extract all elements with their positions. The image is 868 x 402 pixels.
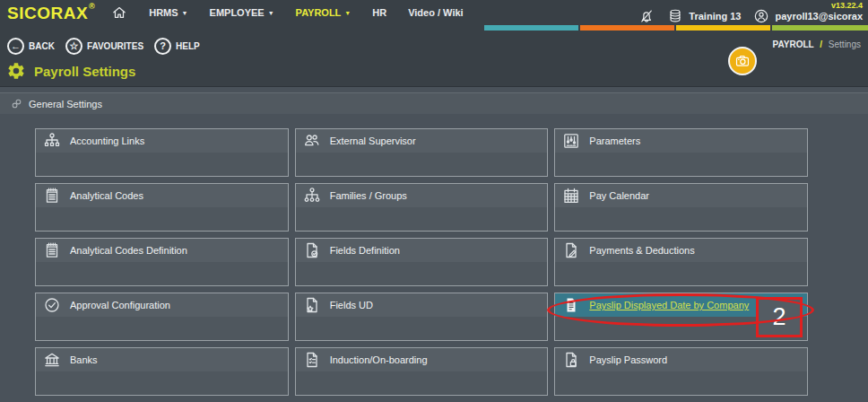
check-circle-icon [43,296,61,314]
registered-mark: ® [89,2,95,11]
page-title-row: Payroll Settings [6,61,135,81]
tile-head: Banks [36,348,288,371]
gear-icon [6,61,26,81]
notepad-icon [43,187,61,205]
tile-head: Fields UD [296,293,548,317]
nav-item-label: HRMS [149,7,178,18]
sicorax-logo[interactable]: SICORAX® [7,4,95,22]
tile-head: Parameters [555,129,807,153]
top-right-cluster: Training 13 payroll13@sicorax [638,8,868,24]
user-account-chip[interactable]: payroll13@sicorax [753,8,863,24]
tile-analytical-codes-definition[interactable]: Analytical Codes Definition [35,238,289,286]
tile-parameters[interactable]: Parameters [554,128,808,177]
content-area: General Settings Accounting LinksExterna… [0,87,868,402]
breadcrumb-module[interactable]: PAYROLL [773,39,814,49]
payroll-settings-screen: SICORAX® HRMS▼EMPLOYEE▼PAYROLL▼HRVideo /… [0,0,868,402]
tile-payslip-password[interactable]: Payslip Password [554,347,808,396]
user-name-label: payroll13@sicorax [775,11,863,22]
payslip-displayed-date-by-company-link[interactable]: Payslip Displayed Date by Company [589,300,749,310]
tile-banks[interactable]: Banks [35,347,289,396]
tile-head: Induction/On-boarding [296,348,548,371]
tile-approval-configuration[interactable]: Approval Configuration [35,293,289,341]
tree-icon [303,187,321,205]
tile-label: Payments & Deductions [589,245,694,256]
tile-body [555,207,807,231]
favourites-button[interactable]: ☆ FAVOURITES [65,38,143,55]
back-button[interactable]: ← BACK [7,38,55,55]
bank-icon [43,351,61,369]
nav-item-video-wiki[interactable]: Video / Wiki [408,7,463,18]
nav-item-label: HR [372,7,386,18]
document-filled-icon [562,296,580,314]
people-icon [303,132,321,150]
star-icon: ☆ [65,38,82,55]
tile-external-supervisor[interactable]: External Supervisor [295,128,549,177]
tile-body [296,317,548,340]
tile-body [36,371,288,395]
tile-pay-calendar[interactable]: Pay Calendar [554,183,808,232]
calendar-icon [562,187,580,205]
page-pencil-icon [562,241,580,259]
tile-label: Pay Calendar [589,190,649,201]
general-settings-section-header: General Settings [0,92,868,114]
tile-fields-definition[interactable]: Fields Definition [295,238,549,286]
screenshot-camera-button[interactable] [728,47,757,75]
tile-fields-ud[interactable]: Fields UD [295,293,549,341]
toolbar-buttons: ← BACK ☆ FAVOURITES ? HELP [7,38,200,55]
toolbar-bar: ← BACK ☆ FAVOURITES ? HELP PAYROLL / Set… [0,31,868,87]
version-label: v13.22.4 [831,1,863,10]
tile-body [296,207,548,231]
tile-label: Banks [70,354,98,365]
page-check-icon [303,241,321,259]
nav-item-employee[interactable]: EMPLOYEE▼ [210,7,274,18]
user-circle-icon [753,8,769,24]
nav-item-hrms[interactable]: HRMS▼ [149,7,187,18]
step-2-marker: 2 [756,297,803,337]
tile-body [555,153,807,176]
home-icon[interactable] [111,4,127,21]
tile-body [36,262,288,285]
environment-label: Training 13 [689,11,741,22]
tile-label: Analytical Codes Definition [70,245,187,256]
hierarchy-icon [43,132,61,150]
tile-label: Families / Groups [330,190,407,201]
tile-head: Analytical Codes Definition [36,239,288,262]
settings-grid: Accounting LinksExternal SupervisorParam… [35,128,808,396]
help-button[interactable]: ? HELP [154,38,200,55]
page-list-icon [303,351,321,369]
tile-accounting-links[interactable]: Accounting Links [35,128,289,177]
nav-item-hr[interactable]: HR [372,7,386,18]
tile-label: Accounting Links [70,135,144,146]
tile-induction-on-boarding[interactable]: Induction/On-boarding [295,347,549,396]
tile-families-groups[interactable]: Families / Groups [295,183,549,232]
tile-analytical-codes[interactable]: Analytical Codes [35,183,289,232]
tile-label: Fields UD [330,300,373,310]
tile-head: Approval Configuration [36,293,288,317]
tile-body [36,317,288,340]
tile-head: Pay Calendar [555,184,807,207]
tile-body [36,153,288,176]
camera-icon [734,53,751,69]
breadcrumb-separator: / [820,39,822,49]
main-nav: HRMS▼EMPLOYEE▼PAYROLL▼HRVideo / Wiki [111,4,463,21]
chevron-down-icon: ▼ [268,10,274,16]
back-arrow-icon: ← [7,38,24,55]
tile-payments-deductions[interactable]: Payments & Deductions [554,238,808,286]
tile-head: Families / Groups [296,184,548,207]
notifications-muted-icon[interactable] [638,8,655,24]
breadcrumb: PAYROLL / Settings [773,39,861,49]
database-icon [667,8,683,24]
tile-body [296,371,548,395]
nav-item-label: PAYROLL [296,7,342,18]
chevron-down-icon: ▼ [344,10,351,16]
tile-label: Approval Configuration [70,300,170,310]
nav-item-label: EMPLOYEE [210,7,265,18]
tile-head: Accounting Links [36,129,288,153]
nav-item-payroll[interactable]: PAYROLL▼ [296,7,352,18]
tile-body [296,262,548,285]
page-title: Payroll Settings [34,64,135,79]
tile-label: External Supervisor [330,135,416,146]
nav-item-label: Video / Wiki [408,7,463,18]
page-star-icon [303,296,321,314]
tile-label: Payslip Password [589,354,667,365]
